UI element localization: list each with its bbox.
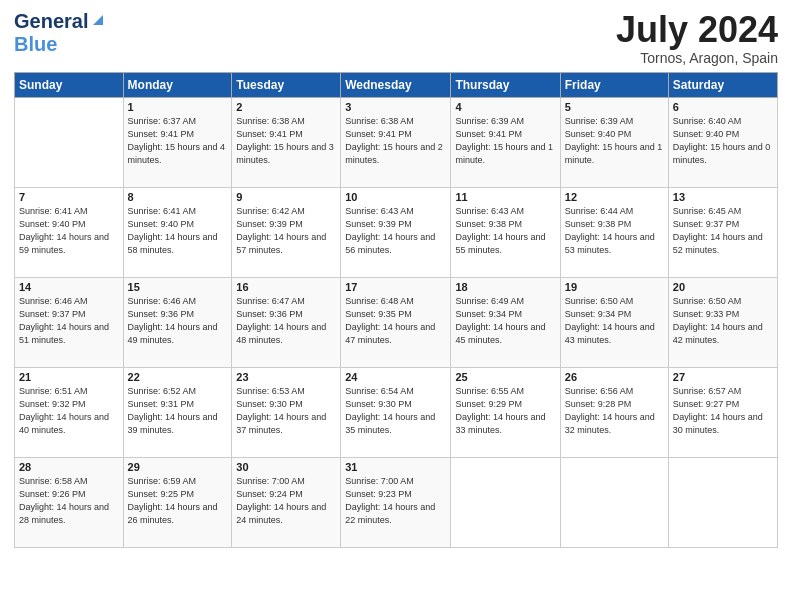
day-number: 8 [128,191,228,203]
day-info: Sunrise: 6:49 AMSunset: 9:34 PMDaylight:… [455,295,555,347]
day-number: 23 [236,371,336,383]
day-info: Sunrise: 6:40 AMSunset: 9:40 PMDaylight:… [673,115,773,167]
day-info: Sunrise: 6:44 AMSunset: 9:38 PMDaylight:… [565,205,664,257]
day-number: 16 [236,281,336,293]
day-number: 29 [128,461,228,473]
day-number: 18 [455,281,555,293]
calendar-cell: 7Sunrise: 6:41 AMSunset: 9:40 PMDaylight… [15,187,124,277]
calendar-cell: 10Sunrise: 6:43 AMSunset: 9:39 PMDayligh… [341,187,451,277]
calendar-cell: 31Sunrise: 7:00 AMSunset: 9:23 PMDayligh… [341,457,451,547]
day-number: 7 [19,191,119,203]
month-title: July 2024 [616,10,778,50]
day-number: 15 [128,281,228,293]
day-info: Sunrise: 6:50 AMSunset: 9:33 PMDaylight:… [673,295,773,347]
calendar-cell: 8Sunrise: 6:41 AMSunset: 9:40 PMDaylight… [123,187,232,277]
day-number: 10 [345,191,446,203]
location: Tornos, Aragon, Spain [616,50,778,66]
day-info: Sunrise: 6:54 AMSunset: 9:30 PMDaylight:… [345,385,446,437]
svg-marker-0 [93,15,103,25]
calendar-cell: 4Sunrise: 6:39 AMSunset: 9:41 PMDaylight… [451,97,560,187]
day-number: 5 [565,101,664,113]
day-number: 3 [345,101,446,113]
day-number: 11 [455,191,555,203]
calendar-cell: 24Sunrise: 6:54 AMSunset: 9:30 PMDayligh… [341,367,451,457]
day-info: Sunrise: 6:46 AMSunset: 9:37 PMDaylight:… [19,295,119,347]
calendar-cell: 11Sunrise: 6:43 AMSunset: 9:38 PMDayligh… [451,187,560,277]
day-number: 26 [565,371,664,383]
day-info: Sunrise: 6:42 AMSunset: 9:39 PMDaylight:… [236,205,336,257]
calendar-cell: 23Sunrise: 6:53 AMSunset: 9:30 PMDayligh… [232,367,341,457]
day-number: 1 [128,101,228,113]
day-info: Sunrise: 6:39 AMSunset: 9:40 PMDaylight:… [565,115,664,167]
day-info: Sunrise: 6:56 AMSunset: 9:28 PMDaylight:… [565,385,664,437]
day-header: Tuesday [232,72,341,97]
calendar-cell: 28Sunrise: 6:58 AMSunset: 9:26 PMDayligh… [15,457,124,547]
day-info: Sunrise: 6:55 AMSunset: 9:29 PMDaylight:… [455,385,555,437]
day-info: Sunrise: 6:51 AMSunset: 9:32 PMDaylight:… [19,385,119,437]
day-info: Sunrise: 6:53 AMSunset: 9:30 PMDaylight:… [236,385,336,437]
day-info: Sunrise: 6:41 AMSunset: 9:40 PMDaylight:… [128,205,228,257]
calendar-cell: 2Sunrise: 6:38 AMSunset: 9:41 PMDaylight… [232,97,341,187]
calendar-cell: 29Sunrise: 6:59 AMSunset: 9:25 PMDayligh… [123,457,232,547]
calendar-cell: 6Sunrise: 6:40 AMSunset: 9:40 PMDaylight… [668,97,777,187]
day-number: 28 [19,461,119,473]
calendar-cell: 27Sunrise: 6:57 AMSunset: 9:27 PMDayligh… [668,367,777,457]
calendar-cell: 21Sunrise: 6:51 AMSunset: 9:32 PMDayligh… [15,367,124,457]
day-number: 12 [565,191,664,203]
day-number: 27 [673,371,773,383]
day-info: Sunrise: 6:43 AMSunset: 9:38 PMDaylight:… [455,205,555,257]
day-number: 2 [236,101,336,113]
day-headers-row: SundayMondayTuesdayWednesdayThursdayFrid… [15,72,778,97]
day-info: Sunrise: 6:47 AMSunset: 9:36 PMDaylight:… [236,295,336,347]
calendar-cell: 1Sunrise: 6:37 AMSunset: 9:41 PMDaylight… [123,97,232,187]
day-info: Sunrise: 6:41 AMSunset: 9:40 PMDaylight:… [19,205,119,257]
day-number: 31 [345,461,446,473]
calendar-week-row: 28Sunrise: 6:58 AMSunset: 9:26 PMDayligh… [15,457,778,547]
day-number: 4 [455,101,555,113]
calendar-cell: 15Sunrise: 6:46 AMSunset: 9:36 PMDayligh… [123,277,232,367]
day-number: 13 [673,191,773,203]
day-number: 6 [673,101,773,113]
day-header: Thursday [451,72,560,97]
day-info: Sunrise: 6:38 AMSunset: 9:41 PMDaylight:… [345,115,446,167]
calendar-week-row: 21Sunrise: 6:51 AMSunset: 9:32 PMDayligh… [15,367,778,457]
logo: General Blue [14,10,107,56]
calendar-cell: 17Sunrise: 6:48 AMSunset: 9:35 PMDayligh… [341,277,451,367]
calendar-cell: 14Sunrise: 6:46 AMSunset: 9:37 PMDayligh… [15,277,124,367]
calendar-cell [560,457,668,547]
calendar-cell: 3Sunrise: 6:38 AMSunset: 9:41 PMDaylight… [341,97,451,187]
day-number: 25 [455,371,555,383]
day-header: Sunday [15,72,124,97]
day-number: 9 [236,191,336,203]
day-info: Sunrise: 6:43 AMSunset: 9:39 PMDaylight:… [345,205,446,257]
calendar-cell [668,457,777,547]
day-info: Sunrise: 7:00 AMSunset: 9:24 PMDaylight:… [236,475,336,527]
day-number: 17 [345,281,446,293]
day-header: Wednesday [341,72,451,97]
title-area: July 2024 Tornos, Aragon, Spain [616,10,778,66]
calendar-week-row: 1Sunrise: 6:37 AMSunset: 9:41 PMDaylight… [15,97,778,187]
day-info: Sunrise: 6:48 AMSunset: 9:35 PMDaylight:… [345,295,446,347]
calendar: SundayMondayTuesdayWednesdayThursdayFrid… [14,72,778,548]
day-number: 14 [19,281,119,293]
calendar-cell: 25Sunrise: 6:55 AMSunset: 9:29 PMDayligh… [451,367,560,457]
day-info: Sunrise: 6:38 AMSunset: 9:41 PMDaylight:… [236,115,336,167]
day-info: Sunrise: 6:58 AMSunset: 9:26 PMDaylight:… [19,475,119,527]
day-number: 19 [565,281,664,293]
day-info: Sunrise: 6:39 AMSunset: 9:41 PMDaylight:… [455,115,555,167]
calendar-cell: 22Sunrise: 6:52 AMSunset: 9:31 PMDayligh… [123,367,232,457]
day-info: Sunrise: 6:37 AMSunset: 9:41 PMDaylight:… [128,115,228,167]
day-header: Friday [560,72,668,97]
day-info: Sunrise: 6:50 AMSunset: 9:34 PMDaylight:… [565,295,664,347]
calendar-week-row: 14Sunrise: 6:46 AMSunset: 9:37 PMDayligh… [15,277,778,367]
day-info: Sunrise: 6:45 AMSunset: 9:37 PMDaylight:… [673,205,773,257]
calendar-cell: 16Sunrise: 6:47 AMSunset: 9:36 PMDayligh… [232,277,341,367]
header: General Blue July 2024 Tornos, Aragon, S… [14,10,778,66]
logo-icon [89,11,107,29]
calendar-cell [15,97,124,187]
day-info: Sunrise: 7:00 AMSunset: 9:23 PMDaylight:… [345,475,446,527]
day-number: 22 [128,371,228,383]
calendar-cell: 20Sunrise: 6:50 AMSunset: 9:33 PMDayligh… [668,277,777,367]
day-header: Saturday [668,72,777,97]
day-number: 21 [19,371,119,383]
